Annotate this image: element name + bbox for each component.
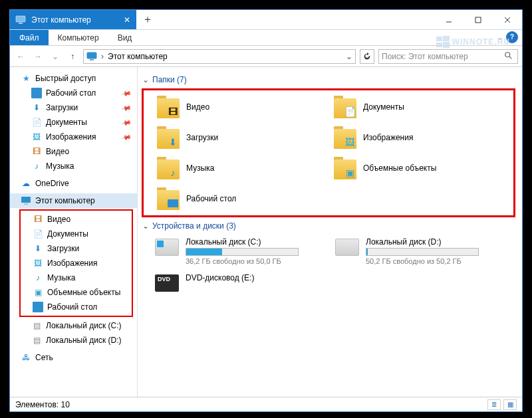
search-icon (504, 51, 513, 60)
svg-rect-15 (24, 203, 28, 205)
tab-this-pc[interactable]: Этот компьютер ✕ (10, 10, 136, 29)
folder-icon: 🎞 (157, 96, 180, 118)
section-header-drives[interactable]: ⌄ Устройства и диски (3) (142, 221, 515, 231)
desktop-icon (31, 88, 42, 98)
menu-view[interactable]: Вид (108, 30, 142, 45)
refresh-button[interactable] (360, 49, 374, 64)
menu-file[interactable]: Файл (10, 30, 49, 45)
network-icon: 🖧 (21, 352, 31, 363)
close-button[interactable] (493, 10, 522, 29)
folder-music[interactable]: ♪ Музыка (157, 157, 334, 179)
downloads-icon: ⬇ (31, 102, 42, 113)
window-controls (434, 10, 522, 29)
nav-up-button[interactable]: ↑ (66, 50, 79, 63)
navigation-pane[interactable]: ★ Быстрый доступ Рабочий стол📌 ⬇Загрузки… (10, 67, 138, 397)
content-pane[interactable]: ⌄ Папки (7) 🎞 Видео 📄 Документы ⬇ Загруз… (138, 67, 522, 397)
folder-downloads[interactable]: ⬇ Загрузки (157, 126, 334, 149)
videos-icon: 🎞 (33, 214, 43, 225)
tab-title: Этот компьютер (31, 15, 91, 25)
sidebar-qa-desktop[interactable]: Рабочий стол📌 (10, 86, 137, 100)
drive-d[interactable]: Локальный диск (D:) 50,2 ГБ свободно из … (335, 237, 515, 265)
documents-icon: 📄 (31, 117, 42, 128)
downloads-icon: ⬇ (33, 243, 43, 254)
documents-icon: 📄 (33, 229, 43, 239)
drive-usage-bar (366, 248, 479, 256)
sidebar-drive-d[interactable]: ▤Локальный диск (D:) (10, 333, 137, 348)
nav-forward-button[interactable]: → (31, 50, 45, 63)
annotation-highlight-folders: 🎞 Видео 📄 Документы ⬇ Загрузки 🖼 Изображ… (142, 88, 515, 217)
sidebar-qa-documents[interactable]: 📄Документы📌 (10, 115, 137, 130)
drive-dvd[interactable]: DVD-дисковод (E:) (155, 273, 335, 292)
music-icon: ♪ (31, 161, 42, 171)
status-elements-count: Элементов: 10 (15, 400, 70, 409)
folder-documents[interactable]: 📄 Документы (334, 96, 511, 118)
section-header-folders[interactable]: ⌄ Папки (7) (142, 75, 515, 84)
sidebar-qa-pictures[interactable]: 🖼Изображения📌 (10, 130, 137, 144)
sidebar-pc-pictures[interactable]: 🖼Изображения (21, 256, 132, 270)
folder-pictures[interactable]: 🖼 Изображения (334, 126, 511, 149)
svg-point-12 (505, 52, 510, 56)
folder-icon: ♪ (157, 157, 180, 179)
breadcrumb-dropdown-icon[interactable]: ⌄ (346, 52, 352, 61)
nav-back-button[interactable]: ← (14, 50, 27, 63)
svg-line-13 (509, 56, 512, 58)
sidebar-quick-access[interactable]: ★ Быстрый доступ (10, 71, 137, 86)
ribbon-expand-icon[interactable]: ⌄ (497, 33, 503, 42)
sidebar-qa-music[interactable]: ♪Музыка (10, 159, 137, 173)
sidebar-pc-desktop[interactable]: Рабочий стол (21, 300, 132, 314)
desktop-icon (33, 302, 43, 312)
drive-label: Локальный диск (D:) (366, 237, 479, 247)
monitor-icon (21, 195, 31, 206)
folder-icon: 🖼 (334, 126, 356, 149)
svg-rect-10 (87, 52, 96, 58)
sidebar-qa-downloads[interactable]: ⬇Загрузки📌 (10, 100, 137, 115)
view-tiles-button[interactable]: ▦ (503, 399, 517, 410)
folder-videos[interactable]: 🎞 Видео (157, 96, 334, 118)
search-placeholder: Поиск: Этот компьютер (382, 52, 468, 61)
videos-icon: 🎞 (31, 146, 42, 157)
status-bar: Элементов: 10 ≣ ▦ (10, 397, 522, 411)
3dobjects-icon: ▣ (33, 287, 43, 298)
drive-icon (335, 239, 359, 256)
view-details-button[interactable]: ≣ (487, 399, 501, 410)
pictures-icon: 🖼 (31, 132, 42, 142)
drive-free-text: 50,2 ГБ свободно из 50,2 ГБ (366, 257, 479, 265)
monitor-icon (86, 51, 97, 62)
sidebar-pc-downloads[interactable]: ⬇Загрузки (21, 241, 132, 256)
folder-icon: ⬇ (157, 126, 180, 149)
star-icon: ★ (21, 73, 31, 84)
sidebar-network[interactable]: 🖧 Сеть (10, 350, 137, 365)
search-input[interactable]: Поиск: Этот компьютер (378, 49, 518, 64)
svg-rect-14 (21, 197, 31, 203)
pin-icon: 📌 (121, 102, 132, 113)
new-tab-button[interactable]: ＋ (136, 10, 159, 29)
ribbon-tabs: Файл Компьютер Вид ⌄ ? (10, 30, 522, 46)
help-button[interactable]: ? (506, 31, 518, 43)
maximize-button[interactable] (464, 10, 493, 29)
folder-desktop[interactable]: Рабочий стол (157, 187, 334, 210)
sidebar-drive-c[interactable]: ▤Локальный диск (C:) (10, 318, 137, 333)
breadcrumb-location: Этот компьютер (108, 52, 168, 61)
minimize-button[interactable] (434, 10, 464, 29)
sidebar-pc-music[interactable]: ♪Музыка (21, 270, 132, 285)
tab-close-button[interactable]: ✕ (122, 15, 132, 25)
sidebar-this-pc[interactable]: Этот компьютер (10, 193, 137, 208)
svg-rect-5 (19, 23, 23, 24)
address-bar: ← → ⌄ ↑ › Этот компьютер ⌄ Поиск: Этот к… (10, 46, 522, 67)
title-bar: Этот компьютер ✕ ＋ (10, 10, 522, 30)
cloud-icon: ☁ (21, 178, 31, 189)
svg-rect-7 (475, 17, 481, 23)
sidebar-pc-videos[interactable]: 🎞Видео (21, 212, 132, 227)
folder-3dobjects[interactable]: ▣ Объемные объекты (334, 157, 511, 179)
pin-icon: 📌 (121, 88, 132, 98)
nav-recent-button[interactable]: ⌄ (49, 50, 62, 63)
sidebar-label: Быстрый доступ (35, 74, 96, 83)
sidebar-pc-documents[interactable]: 📄Документы (21, 227, 132, 241)
sidebar-onedrive[interactable]: ☁ OneDrive (10, 176, 137, 191)
breadcrumb[interactable]: › Этот компьютер ⌄ (83, 49, 356, 64)
menu-computer[interactable]: Компьютер (49, 30, 108, 45)
drives-grid: Локальный диск (C:) 36,2 ГБ свободно из … (142, 235, 515, 294)
sidebar-pc-3dobjects[interactable]: ▣Объемные объекты (21, 285, 132, 300)
drive-c[interactable]: Локальный диск (C:) 36,2 ГБ свободно из … (155, 237, 335, 265)
sidebar-qa-videos[interactable]: 🎞Видео (10, 144, 137, 159)
